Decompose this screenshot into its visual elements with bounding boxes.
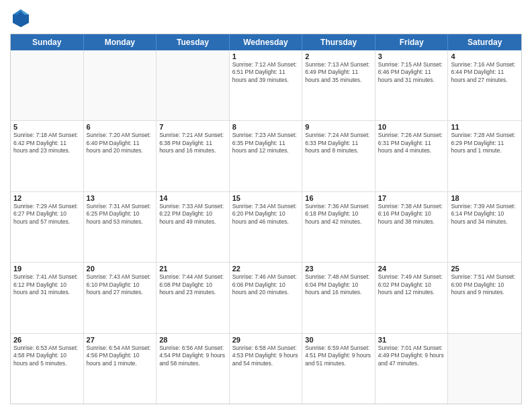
- day-info: Sunrise: 6:59 AM Sunset: 4:51 PM Dayligh…: [305, 345, 372, 367]
- header-day-wednesday: Wednesday: [230, 34, 303, 50]
- day-number: 10: [378, 123, 445, 131]
- day-info: Sunrise: 7:01 AM Sunset: 4:49 PM Dayligh…: [378, 345, 445, 367]
- calendar-row-4: 26Sunrise: 6:53 AM Sunset: 4:58 PM Dayli…: [11, 334, 521, 404]
- day-number: 20: [87, 265, 154, 273]
- logo-icon: [10, 7, 32, 28]
- day-info: Sunrise: 7:31 AM Sunset: 6:25 PM Dayligh…: [87, 203, 154, 226]
- day-info: Sunrise: 7:49 AM Sunset: 6:02 PM Dayligh…: [378, 273, 445, 296]
- day-number: 30: [305, 336, 372, 344]
- calendar-day-5: 5Sunrise: 7:18 AM Sunset: 6:42 PM Daylig…: [11, 121, 84, 191]
- calendar-day-22: 22Sunrise: 7:46 AM Sunset: 6:06 PM Dayli…: [230, 263, 303, 332]
- day-info: Sunrise: 7:15 AM Sunset: 6:46 PM Dayligh…: [378, 61, 445, 84]
- day-info: Sunrise: 7:12 AM Sunset: 6:51 PM Dayligh…: [232, 61, 300, 84]
- page: SundayMondayTuesdayWednesdayThursdayFrid…: [0, 0, 532, 411]
- day-number: 18: [451, 194, 519, 202]
- calendar-day-10: 10Sunrise: 7:26 AM Sunset: 6:31 PM Dayli…: [375, 121, 449, 191]
- header: [10, 7, 522, 28]
- svg-marker-0: [13, 9, 29, 27]
- day-number: 24: [378, 265, 445, 273]
- calendar: SundayMondayTuesdayWednesdayThursdayFrid…: [10, 34, 522, 404]
- calendar-body: 1Sunrise: 7:12 AM Sunset: 6:51 PM Daylig…: [11, 50, 521, 404]
- day-number: 22: [232, 265, 300, 273]
- header-day-saturday: Saturday: [448, 34, 521, 50]
- day-info: Sunrise: 7:21 AM Sunset: 6:38 PM Dayligh…: [159, 132, 226, 154]
- calendar-day-20: 20Sunrise: 7:43 AM Sunset: 6:10 PM Dayli…: [84, 263, 157, 332]
- calendar-day-16: 16Sunrise: 7:36 AM Sunset: 6:18 PM Dayli…: [302, 192, 375, 262]
- calendar-row-1: 5Sunrise: 7:18 AM Sunset: 6:42 PM Daylig…: [11, 121, 521, 191]
- day-info: Sunrise: 7:39 AM Sunset: 6:14 PM Dayligh…: [451, 203, 519, 226]
- calendar-day-17: 17Sunrise: 7:38 AM Sunset: 6:16 PM Dayli…: [375, 192, 449, 262]
- calendar-day-9: 9Sunrise: 7:24 AM Sunset: 6:33 PM Daylig…: [302, 121, 375, 191]
- day-number: 16: [305, 194, 372, 202]
- day-number: 14: [159, 194, 226, 202]
- day-info: Sunrise: 7:24 AM Sunset: 6:33 PM Dayligh…: [305, 132, 372, 154]
- day-number: 17: [378, 194, 445, 202]
- day-number: 6: [87, 123, 154, 131]
- day-number: 15: [232, 194, 300, 202]
- day-number: 9: [305, 123, 372, 131]
- calendar-day-8: 8Sunrise: 7:23 AM Sunset: 6:35 PM Daylig…: [230, 121, 303, 191]
- day-number: 1: [232, 52, 300, 60]
- calendar-day-25: 25Sunrise: 7:51 AM Sunset: 6:00 PM Dayli…: [448, 263, 521, 332]
- day-info: Sunrise: 7:38 AM Sunset: 6:16 PM Dayligh…: [378, 203, 445, 226]
- calendar-day-11: 11Sunrise: 7:28 AM Sunset: 6:29 PM Dayli…: [448, 121, 521, 191]
- day-number: 12: [13, 194, 81, 202]
- calendar-row-3: 19Sunrise: 7:41 AM Sunset: 6:12 PM Dayli…: [11, 263, 521, 333]
- calendar-day-3: 3Sunrise: 7:15 AM Sunset: 6:46 PM Daylig…: [375, 50, 449, 120]
- day-info: Sunrise: 6:54 AM Sunset: 4:56 PM Dayligh…: [87, 345, 154, 367]
- day-number: 31: [378, 336, 445, 344]
- day-number: 21: [159, 265, 226, 273]
- day-number: 26: [13, 336, 81, 344]
- day-info: Sunrise: 7:34 AM Sunset: 6:20 PM Dayligh…: [232, 203, 300, 226]
- calendar-day-empty-0-1: [84, 50, 157, 120]
- calendar-day-13: 13Sunrise: 7:31 AM Sunset: 6:25 PM Dayli…: [84, 192, 157, 262]
- day-info: Sunrise: 6:53 AM Sunset: 4:58 PM Dayligh…: [13, 345, 81, 367]
- header-day-tuesday: Tuesday: [157, 34, 230, 50]
- day-info: Sunrise: 7:13 AM Sunset: 6:49 PM Dayligh…: [305, 61, 372, 84]
- calendar-day-2: 2Sunrise: 7:13 AM Sunset: 6:49 PM Daylig…: [302, 50, 375, 120]
- day-info: Sunrise: 6:58 AM Sunset: 4:53 PM Dayligh…: [232, 345, 300, 367]
- calendar-day-empty-4-6: [448, 334, 521, 404]
- calendar-row-0: 1Sunrise: 7:12 AM Sunset: 6:51 PM Daylig…: [11, 50, 521, 121]
- day-number: 4: [451, 52, 519, 60]
- day-info: Sunrise: 7:43 AM Sunset: 6:10 PM Dayligh…: [87, 273, 154, 296]
- calendar-day-21: 21Sunrise: 7:44 AM Sunset: 6:08 PM Dayli…: [157, 263, 230, 332]
- day-info: Sunrise: 6:56 AM Sunset: 4:54 PM Dayligh…: [159, 345, 226, 367]
- calendar-day-1: 1Sunrise: 7:12 AM Sunset: 6:51 PM Daylig…: [230, 50, 303, 120]
- calendar-day-24: 24Sunrise: 7:49 AM Sunset: 6:02 PM Dayli…: [375, 263, 449, 332]
- day-info: Sunrise: 7:33 AM Sunset: 6:22 PM Dayligh…: [159, 203, 226, 226]
- day-number: 2: [305, 52, 372, 60]
- header-day-friday: Friday: [375, 34, 449, 50]
- day-info: Sunrise: 7:29 AM Sunset: 6:27 PM Dayligh…: [13, 203, 81, 226]
- day-number: 19: [13, 265, 81, 273]
- calendar-day-23: 23Sunrise: 7:48 AM Sunset: 6:04 PM Dayli…: [302, 263, 375, 332]
- logo: [10, 7, 34, 28]
- day-info: Sunrise: 7:23 AM Sunset: 6:35 PM Dayligh…: [232, 132, 300, 154]
- calendar-header: SundayMondayTuesdayWednesdayThursdayFrid…: [11, 34, 521, 50]
- day-info: Sunrise: 7:48 AM Sunset: 6:04 PM Dayligh…: [305, 273, 372, 296]
- day-info: Sunrise: 7:16 AM Sunset: 6:44 PM Dayligh…: [451, 61, 519, 84]
- day-info: Sunrise: 7:41 AM Sunset: 6:12 PM Dayligh…: [13, 273, 81, 296]
- header-day-sunday: Sunday: [11, 34, 84, 50]
- day-number: 7: [159, 123, 226, 131]
- day-number: 29: [232, 336, 300, 344]
- day-number: 25: [451, 265, 519, 273]
- calendar-day-19: 19Sunrise: 7:41 AM Sunset: 6:12 PM Dayli…: [11, 263, 84, 332]
- calendar-day-27: 27Sunrise: 6:54 AM Sunset: 4:56 PM Dayli…: [84, 334, 157, 404]
- day-info: Sunrise: 7:36 AM Sunset: 6:18 PM Dayligh…: [305, 203, 372, 226]
- calendar-day-15: 15Sunrise: 7:34 AM Sunset: 6:20 PM Dayli…: [230, 192, 303, 262]
- calendar-day-empty-0-0: [11, 50, 84, 120]
- day-number: 3: [378, 52, 445, 60]
- day-info: Sunrise: 7:20 AM Sunset: 6:40 PM Dayligh…: [87, 132, 154, 154]
- day-info: Sunrise: 7:46 AM Sunset: 6:06 PM Dayligh…: [232, 273, 300, 296]
- calendar-day-12: 12Sunrise: 7:29 AM Sunset: 6:27 PM Dayli…: [11, 192, 84, 262]
- calendar-day-29: 29Sunrise: 6:58 AM Sunset: 4:53 PM Dayli…: [230, 334, 303, 404]
- day-number: 8: [232, 123, 300, 131]
- header-day-monday: Monday: [84, 34, 157, 50]
- day-info: Sunrise: 7:26 AM Sunset: 6:31 PM Dayligh…: [378, 132, 445, 154]
- calendar-day-28: 28Sunrise: 6:56 AM Sunset: 4:54 PM Dayli…: [157, 334, 230, 404]
- day-info: Sunrise: 7:18 AM Sunset: 6:42 PM Dayligh…: [13, 132, 81, 154]
- calendar-day-7: 7Sunrise: 7:21 AM Sunset: 6:38 PM Daylig…: [157, 121, 230, 191]
- calendar-day-30: 30Sunrise: 6:59 AM Sunset: 4:51 PM Dayli…: [302, 334, 375, 404]
- header-day-thursday: Thursday: [302, 34, 375, 50]
